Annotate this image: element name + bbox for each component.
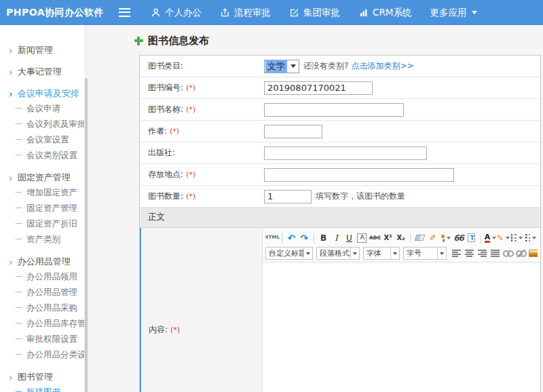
paste-text-button[interactable] [466, 231, 477, 244]
select-dropdown-arrow[interactable] [437, 248, 446, 259]
nav-item-more-apps[interactable]: 更多应用 [430, 7, 477, 19]
align-justify-button[interactable] [489, 247, 501, 260]
sidebar-item-label: 办公用品领用 [26, 271, 77, 283]
font-color-icon: A [485, 233, 491, 243]
sidebar-item-label: 增加固定资产 [26, 187, 77, 199]
sidebar-item-label: 会议列表及审批 [26, 119, 86, 130]
sidebar-item-meeting-apply[interactable]: 一会议申请 [0, 101, 88, 117]
strikethrough-button[interactable]: ABC [369, 231, 381, 244]
dash-bullet-icon: 一 [15, 104, 22, 114]
sidebar-item-label: 办公用品库存管理 [26, 318, 88, 330]
nav-item-workflow-approval[interactable]: 流程审批 [220, 7, 271, 19]
sidebar-item-supplies-purchase[interactable]: 一办公用品采购 [0, 300, 88, 316]
sidebar-item-meeting-room-setting[interactable]: 一会议室设置 [0, 132, 88, 148]
select-dropdown-arrow[interactable] [303, 248, 312, 259]
bold-button[interactable]: B [318, 231, 329, 244]
align-center-button[interactable] [464, 247, 475, 260]
format-brush-button[interactable]: ✎ [427, 231, 438, 244]
eraser-button[interactable] [414, 231, 426, 244]
book-number-input[interactable] [264, 81, 373, 95]
caret-down-icon [519, 237, 523, 239]
sidebar-section-fixed-assets[interactable]: ›固定资产管理 [0, 170, 88, 185]
select-dropdown-arrow[interactable] [288, 64, 299, 68]
book-category-select[interactable]: 文学 [264, 60, 299, 73]
undo-button[interactable]: ↶ [286, 231, 297, 244]
add-category-link[interactable]: 点击添加类别>> [351, 60, 413, 72]
nav-item-label: 集团审批 [303, 7, 340, 19]
sidebar-item-supplies-claim[interactable]: 一办公用品领用 [0, 269, 88, 285]
field-label: 图书名称:(*) [140, 104, 262, 115]
insert-image-button[interactable] [528, 247, 538, 260]
highlight-pen-button[interactable]: ✎ [498, 231, 509, 244]
remove-link-button[interactable] [515, 247, 527, 260]
field-label-text: 存放地点: [148, 170, 183, 179]
custom-title-select[interactable]: 自定义标题 [265, 247, 313, 260]
sidebar-item-approval-permission-setting[interactable]: 一审批权限设置 [0, 332, 88, 347]
sidebar-item-meeting-type-setting[interactable]: 一会议类别设置 [0, 148, 88, 163]
nav-item-crm-system[interactable]: CRM系统 [358, 7, 411, 19]
sidebar-item-add-fixed-asset[interactable]: 一增加固定资产 [0, 185, 88, 201]
brand-logo[interactable]: PHPOA协同办公软件 [0, 7, 119, 19]
caret-down-icon [532, 237, 536, 239]
chevron-right-icon: › [9, 43, 13, 56]
select-dropdown-arrow[interactable] [350, 248, 359, 259]
sidebar-section-book-manage[interactable]: ›图书管理 [0, 369, 88, 385]
storage-location-input[interactable] [264, 168, 454, 182]
publisher-input[interactable] [264, 146, 427, 160]
sidebar-scrollbar-thumb[interactable] [85, 78, 88, 392]
editor-content-area[interactable] [263, 262, 540, 392]
blockquote-button[interactable]: 66 [453, 231, 464, 244]
sidebar-item-fixed-asset-manage[interactable]: 一固定资产管理 [0, 201, 88, 216]
bold-icon: B [320, 234, 326, 242]
sidebar-section-label: 图书管理 [18, 371, 53, 383]
nav-item-personal-office[interactable]: 个人办公 [151, 7, 202, 19]
unordered-list-button[interactable] [525, 231, 537, 244]
sidebar-item-supplies-stock-manage[interactable]: 一办公用品库存管理 [0, 316, 88, 332]
sidebar-section-memorabilia[interactable]: ›大事记管理 [0, 64, 88, 79]
sidebar-item-supplies-category-setting[interactable]: 一办公用品分类设置 [0, 347, 88, 363]
redo-icon: ↷ [301, 233, 309, 243]
font-border-button[interactable]: A [356, 231, 368, 244]
font-family-select[interactable]: 字体 [363, 247, 400, 260]
sidebar-section-label: 大事记管理 [18, 66, 62, 78]
author-input[interactable] [264, 125, 322, 138]
sidebar-section-news[interactable]: ›新闻管理 [0, 42, 88, 58]
select-dropdown-arrow[interactable] [390, 248, 399, 259]
chevron-right-icon: › [9, 171, 13, 183]
sidebar-item-asset-category[interactable]: 一资产类别 [0, 232, 88, 248]
toolbar-separator [481, 233, 481, 243]
workflow-icon [220, 7, 230, 18]
hamburger-menu-icon[interactable] [119, 8, 130, 17]
sidebar-item-supplies-manage[interactable]: 一办公用品管理 [0, 285, 88, 300]
superscript-button[interactable]: X² [382, 231, 394, 244]
insert-link-button[interactable] [502, 247, 514, 260]
subscript-button[interactable]: X₂ [395, 231, 407, 244]
html-source-button[interactable]: HTML [266, 231, 278, 244]
person-icon [151, 7, 161, 18]
sidebar-item-new-book[interactable]: 一新建图书 [0, 385, 88, 392]
nav-item-group-approval[interactable]: 集团审批 [289, 7, 340, 19]
sidebar-section-meeting[interactable]: ›会议申请及安排 [0, 85, 88, 101]
redo-button[interactable]: ↷ [299, 231, 310, 244]
font-color-button[interactable]: A [485, 231, 496, 244]
sidebar-item-meeting-list-approval[interactable]: 一会议列表及审批 [0, 117, 88, 132]
required-mark: (*) [186, 83, 195, 92]
align-right-button[interactable] [476, 247, 488, 260]
main-content: 图书信息发布 图书类目:文学还没有类别?点击添加类别>>图书编号:(*)图书名称… [88, 25, 543, 392]
ordered-list-button[interactable] [510, 231, 523, 244]
sidebar-item-label: 固定资产折旧 [26, 218, 77, 230]
select-value: 字体 [364, 248, 390, 258]
paragraph-format-select[interactable]: 段落格式 [316, 247, 360, 260]
caret-down-icon [506, 237, 510, 239]
sidebar-item-fixed-asset-depreciation[interactable]: 一固定资产折旧 [0, 216, 88, 232]
italic-button[interactable]: I [331, 231, 342, 244]
underline-button[interactable]: U [343, 231, 355, 244]
align-left-button[interactable] [451, 247, 462, 260]
field-label: 作者:(*) [140, 125, 262, 137]
book-quantity-input[interactable] [264, 190, 312, 203]
paint-format-button[interactable] [440, 231, 451, 244]
field-label-text: 图书编号: [148, 83, 183, 92]
sidebar-section-office-supplies[interactable]: ›办公用品管理 [0, 254, 88, 269]
font-size-select[interactable]: 字号 [403, 247, 447, 260]
book-name-input[interactable] [264, 103, 404, 117]
